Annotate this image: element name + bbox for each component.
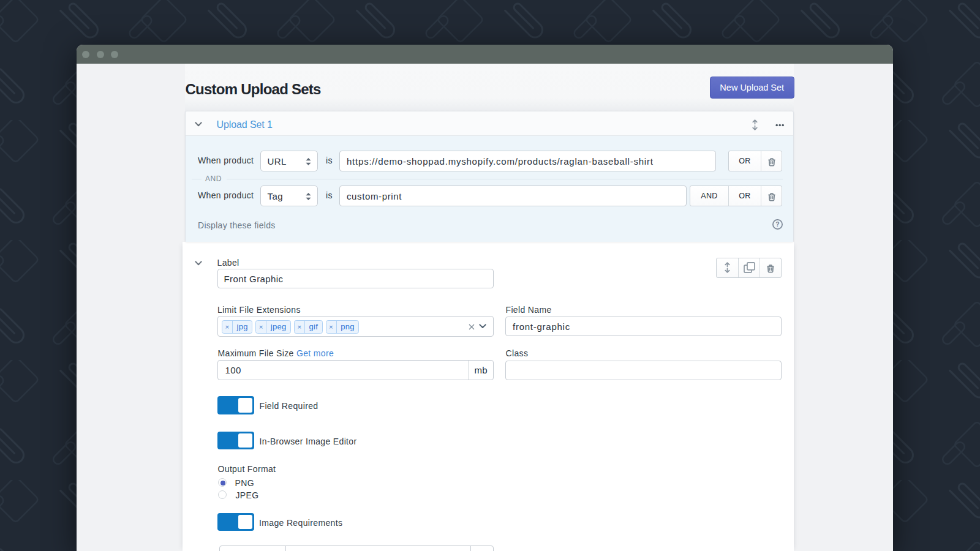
svg-text:?: ? <box>775 220 779 228</box>
